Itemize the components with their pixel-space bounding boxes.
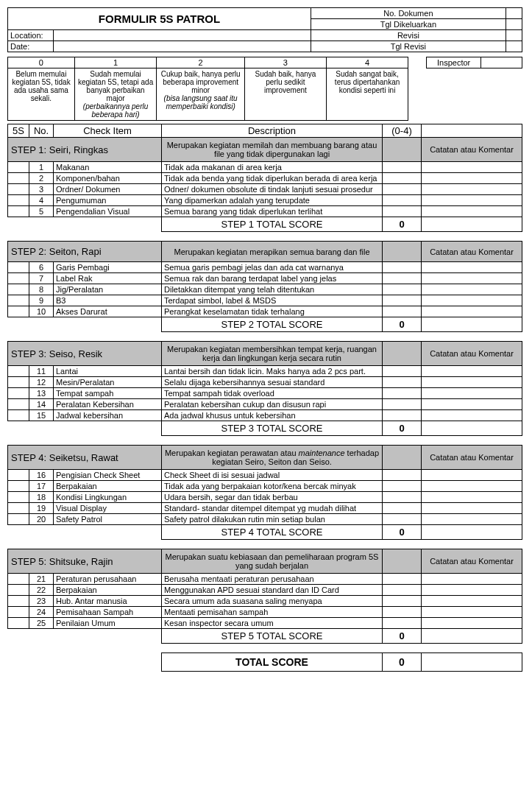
step-total-label: STEP 5 TOTAL SCORE [162,629,383,644]
cell-5s [8,470,29,481]
step-title: STEP 3: Seiso, Resik [8,342,162,366]
check-row: 22BerpakaianMenggunakan APD sesuai stand… [8,585,522,596]
cell-5s [8,618,29,629]
form-title: FORMULIR 5S PATROL [8,8,311,30]
cell-item: Komponen/bahan [54,173,162,184]
check-row: 17BerpakaianTidak ada yang berpakaian ko… [8,481,522,492]
grand-total-label: TOTAL SCORE [162,653,383,672]
cell-no: 19 [29,503,54,514]
cell-5s [8,503,29,514]
check-row: 5Pengendalian VisualSemua barang yang ti… [8,206,522,217]
cell-desc: Tidak ada benda yang tidak diperlukan be… [162,173,383,184]
cell-item: Jig/Peralatan [54,284,162,295]
cell-desc: Check Sheet di isi sesuai jadwal [162,470,383,481]
cell-no: 3 [29,184,54,195]
cell-5s [8,481,29,492]
cell-score [383,366,422,377]
cell-comment [422,470,522,481]
cell-item: Berpakaian [54,585,162,596]
cell-desc: Odner/ dokumen obsolute di tindak lanjut… [162,184,383,195]
step-total-label: STEP 4 TOTAL SCORE [162,525,383,540]
cell-desc: Tidak ada yang berpakaian kotor/kena ber… [162,481,383,492]
cell-no: 18 [29,492,54,503]
check-row: 21Peraturan perusahaanBerusaha mentaati … [8,574,522,585]
cell-item: Visual Display [54,503,162,514]
check-row: 8Jig/PeralatanDiletakkan ditempat yang t… [8,284,522,295]
cell-item: Label Rak [54,273,162,284]
check-row: 11LantaiLantai bersih dan tidak licin. M… [8,366,522,377]
grand-total-comment [422,653,522,672]
cell-no: 22 [29,585,54,596]
cell-comment [422,410,522,421]
cell-score [383,492,422,503]
cell-desc: Kesan inspector secara umum [162,618,383,629]
cell-5s [8,596,29,607]
step-total-value: 0 [383,217,422,232]
check-row: 14Peralatan KebersihanPeralatan kebersih… [8,399,522,410]
cell-item: Garis Pembagi [54,262,162,273]
cell-item: Penilaian Umum [54,618,162,629]
cell-item: Peraturan perusahaan [54,574,162,585]
tgl-dikeluarkan-label: Tgl Dikeluarkan [311,19,506,30]
cell-no: 12 [29,377,54,388]
step-total-comment [422,629,522,644]
cell-item: Pengendalian Visual [54,206,162,217]
cell-no: 8 [29,284,54,295]
cell-item: Tempat sampah [54,388,162,399]
cell-desc: Semua barang yang tidak diperlukan terli… [162,206,383,217]
cell-comment [422,377,522,388]
cell-5s [8,388,29,399]
cell-item: Akses Darurat [54,306,162,317]
no-dokumen-label: No. Dokumen [311,8,506,19]
cell-comment [422,273,522,284]
cell-score [383,284,422,295]
cell-desc: Semua garis pembagi jelas dan ada cat wa… [162,262,383,273]
step-description: Merupakan suatu kebiasaan dan pemelihara… [162,549,383,574]
step-total-value: 0 [383,317,422,332]
check-row: 20Safety PatrolSafety patrol dilakukan r… [8,514,522,525]
cell-no: 20 [29,514,54,525]
cell-no: 15 [29,410,54,421]
scale-4-desc: Sudah sangat baik, terus dipertahankan k… [326,68,408,121]
cell-5s [8,492,29,503]
cell-no: 24 [29,607,54,618]
cell-comment [422,514,522,525]
cell-desc: Tempat sampah tidak overload [162,388,383,399]
cell-score [383,388,422,399]
cell-no: 17 [29,481,54,492]
cell-desc: Yang dipamerkan adalah yang terupdate [162,195,383,206]
cell-score [383,410,422,421]
tgl-revisi-value [506,41,522,52]
cell-comment [422,295,522,306]
cell-no: 4 [29,195,54,206]
col-desc: Description [162,124,383,138]
cell-item: Berpakaian [54,481,162,492]
cell-no: 23 [29,596,54,607]
cell-score [383,481,422,492]
cell-item: Pemisahaan Sampah [54,607,162,618]
col-item: Check Item [54,124,162,138]
cell-desc: Secara umum ada suasana saling menyapa [162,596,383,607]
col-5s: 5S [8,124,29,138]
check-row: 13Tempat sampahTempat sampah tidak overl… [8,388,522,399]
revisi-value [506,30,522,41]
check-row: 24Pemisahaan SampahMentaati pemisahan sa… [8,607,522,618]
cell-5s [8,295,29,306]
cell-item: B3 [54,295,162,306]
step-description: Merupakan kegiatan membersihkan tempat k… [162,342,383,366]
scale-0-desc: Belum memulai kegiatan 5S, tidak ada usa… [8,68,75,121]
cell-5s [8,607,29,618]
cell-score [383,514,422,525]
cell-no: 6 [29,262,54,273]
step-total-value: 0 [383,421,422,436]
cell-desc: Terdapat simbol, label & MSDS [162,295,383,306]
no-dokumen-value [506,8,522,19]
col-no: No. [29,124,54,138]
cell-item: Lantai [54,366,162,377]
check-row: 19Visual DisplayStandard- standar ditemp… [8,503,522,514]
step-total-comment [422,525,522,540]
step-title: STEP 1: Seiri, Ringkas [8,138,162,162]
tgl-revisi-label: Tgl Revisi [311,41,506,52]
date-value [54,41,311,52]
scale-1-label: 1 [74,57,156,68]
